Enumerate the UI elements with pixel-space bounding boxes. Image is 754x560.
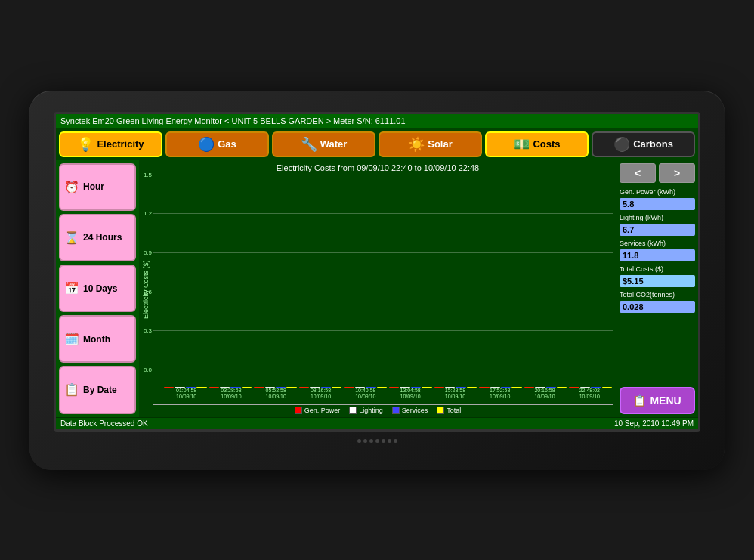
next-button[interactable]: > bbox=[659, 163, 695, 183]
total-costs-value: $5.15 bbox=[620, 275, 695, 287]
legend-color-box bbox=[392, 407, 400, 414]
carbons-icon: ⚫ bbox=[613, 136, 630, 153]
chart-legend: Gen. PowerLightingServicesTotal bbox=[142, 405, 613, 416]
title-text: Synctek Em20 Green Living Energy Monitor… bbox=[60, 116, 406, 125]
nav-electricity[interactable]: 💡 Electricity bbox=[59, 131, 162, 157]
nav-bar: 💡 Electricity 🔵 Gas 🔧 Water ☀️ Solar 💵 C… bbox=[56, 128, 698, 160]
device-frame: Synctek Em20 Green Living Energy Monitor… bbox=[29, 91, 725, 470]
nav-solar[interactable]: ☀️ Solar bbox=[379, 131, 482, 157]
chart-title: Electricity Costs from 09/09/10 22:40 to… bbox=[142, 163, 613, 172]
nav-arrows: < > bbox=[620, 163, 695, 183]
water-icon: 🔧 bbox=[301, 136, 317, 153]
legend-label: Lighting bbox=[359, 407, 383, 414]
status-right: 10 Sep, 2010 10:49 PM bbox=[614, 419, 694, 428]
x-label: 03:28:5810/09/10 bbox=[209, 388, 253, 404]
chart-area: Electricity Costs from 09/09/10 22:40 to… bbox=[139, 160, 616, 417]
hour-icon: ⏰ bbox=[64, 180, 79, 194]
x-label: 08:16:5810/09/10 bbox=[298, 388, 343, 404]
x-label: 13:04:5810/09/10 bbox=[388, 388, 432, 404]
nav-carbons[interactable]: ⚫ Carbons bbox=[592, 131, 695, 157]
sidebar-10days[interactable]: 📅 10 Days bbox=[59, 265, 136, 312]
sidebar-hour[interactable]: ⏰ Hour bbox=[59, 163, 136, 211]
legend-label: Total bbox=[447, 407, 461, 414]
legend-color-box bbox=[349, 407, 357, 414]
x-label: 17:52:5810/09/10 bbox=[477, 388, 522, 404]
status-left: Data Block Processed OK bbox=[60, 419, 148, 428]
costs-icon: 💵 bbox=[513, 136, 530, 153]
x-label: 22:48:0210/09/10 bbox=[567, 388, 612, 404]
nav-water[interactable]: 🔧 Water bbox=[272, 131, 375, 157]
chart-wrapper: Electricity Costs ($) 1.51.20.90.60.30.0… bbox=[142, 175, 613, 405]
x-label: 15:28:5810/09/10 bbox=[433, 388, 477, 404]
speaker-dots bbox=[357, 439, 397, 443]
screen: Synctek Em20 Green Living Energy Monitor… bbox=[54, 112, 700, 432]
chart-inner: 1.51.20.90.60.30.001:04:5810/09/1003:28:… bbox=[153, 175, 613, 405]
device-bottom bbox=[54, 439, 700, 443]
total-co2-label: Total CO2(tonnes) bbox=[620, 291, 695, 299]
month-icon: 🗓️ bbox=[64, 332, 79, 346]
10days-icon: 📅 bbox=[64, 281, 79, 295]
bydate-icon: 📋 bbox=[64, 382, 79, 397]
lighting-label: Lighting (kWh) bbox=[620, 214, 695, 221]
legend-item: Lighting bbox=[349, 407, 383, 414]
services-value: 11.8 bbox=[620, 249, 695, 261]
menu-button[interactable]: 📋 MENU bbox=[620, 387, 695, 414]
legend-item: Services bbox=[392, 407, 428, 414]
x-label: 05:52:5810/09/10 bbox=[254, 388, 298, 404]
nav-costs[interactable]: 💵 Costs bbox=[485, 131, 589, 157]
legend-item: Total bbox=[437, 407, 461, 414]
prev-button[interactable]: < bbox=[620, 163, 656, 183]
24hours-icon: ⌛ bbox=[64, 230, 79, 245]
sidebar: ⏰ Hour ⌛ 24 Hours 📅 10 Days 🗓️ Month 📋 bbox=[56, 160, 139, 417]
x-label: 10:40:5810/09/10 bbox=[343, 388, 388, 404]
legend-label: Services bbox=[402, 407, 428, 414]
x-label: 20:16:5810/09/10 bbox=[522, 388, 567, 404]
title-bar: Synctek Em20 Green Living Energy Monitor… bbox=[56, 114, 698, 128]
total-costs-label: Total Costs ($) bbox=[620, 265, 695, 273]
services-label: Services (kWh) bbox=[620, 240, 695, 247]
main-area: ⏰ Hour ⌛ 24 Hours 📅 10 Days 🗓️ Month 📋 bbox=[56, 160, 698, 417]
legend-color-box bbox=[437, 407, 444, 414]
nav-gas[interactable]: 🔵 Gas bbox=[165, 131, 269, 157]
legend-label: Gen. Power bbox=[304, 407, 341, 414]
total-co2-value: 0.028 bbox=[620, 301, 695, 313]
gas-icon: 🔵 bbox=[198, 136, 215, 153]
gen-power-value: 5.8 bbox=[620, 198, 695, 210]
sidebar-24hours[interactable]: ⌛ 24 Hours bbox=[59, 214, 136, 261]
electricity-icon: 💡 bbox=[77, 136, 94, 153]
lighting-value: 6.7 bbox=[620, 224, 695, 236]
menu-icon: 📋 bbox=[633, 394, 646, 407]
sidebar-bydate[interactable]: 📋 By Date bbox=[59, 366, 136, 413]
legend-color-box bbox=[295, 407, 302, 414]
solar-icon: ☀️ bbox=[408, 136, 425, 153]
status-bar: Data Block Processed OK 10 Sep, 2010 10:… bbox=[56, 417, 698, 429]
gen-power-label: Gen. Power (kWh) bbox=[620, 188, 695, 196]
x-label: 01:04:5810/09/10 bbox=[164, 388, 209, 404]
legend-item: Gen. Power bbox=[295, 407, 341, 414]
sidebar-month[interactable]: 🗓️ Month bbox=[59, 315, 136, 363]
right-panel: < > Gen. Power (kWh) 5.8 Lighting (kWh) … bbox=[616, 160, 698, 417]
